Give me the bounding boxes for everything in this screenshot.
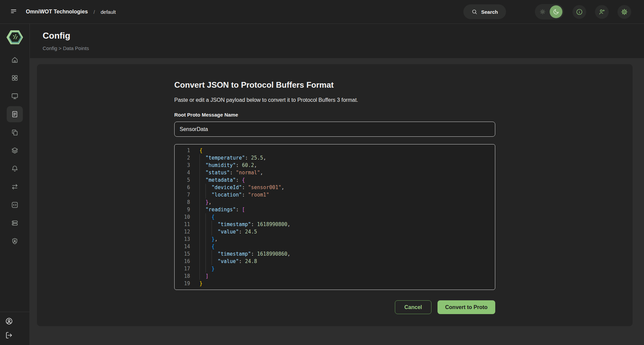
sun-icon	[540, 9, 546, 15]
line-number: 11	[175, 221, 190, 228]
line-number: 1	[175, 147, 190, 154]
sidebar-item-shield-user[interactable]	[7, 233, 23, 249]
swap-arrows-icon	[11, 183, 18, 190]
code-line: 10{	[175, 213, 495, 221]
line-number: 14	[175, 243, 190, 250]
gear-icon	[621, 8, 628, 15]
layers-icon	[11, 147, 18, 154]
search-icon	[471, 9, 477, 15]
sidebar-footer	[0, 312, 30, 345]
cancel-button[interactable]: Cancel	[395, 300, 431, 314]
code-line: 12"value": 24.5	[175, 228, 495, 235]
server-icon	[11, 219, 18, 227]
code-line: 18]	[175, 272, 495, 280]
org-name[interactable]: OmniWOT Technologies	[26, 9, 88, 15]
code-line: 11"timestamp": 1618990800,	[175, 221, 495, 228]
sidebar-item-grid[interactable]	[7, 70, 23, 86]
line-number: 16	[175, 258, 190, 265]
line-number: 2	[175, 154, 190, 162]
user-plus-icon	[598, 8, 605, 15]
code-line: 15"timestamp": 1618990860,	[175, 250, 495, 258]
settings-button[interactable]	[617, 5, 631, 19]
hamburger-icon	[10, 8, 17, 16]
header: OmniWOT Technologies / default Search	[0, 0, 644, 24]
logout-icon	[5, 331, 13, 339]
sidebar-item-monitor[interactable]	[7, 88, 23, 104]
grid-icon	[11, 74, 18, 82]
line-number: 18	[175, 272, 190, 280]
code-line: 6"deviceId": "sensor001",	[175, 184, 495, 191]
root-message-input[interactable]	[174, 122, 495, 137]
theme-toggle	[535, 4, 564, 19]
code-line: 2"temperature": 25.5,	[175, 154, 495, 162]
code-line: 19}	[175, 280, 495, 287]
search-button[interactable]: Search	[463, 4, 506, 19]
main-area: Convert JSON to Protocol Buffers Format …	[30, 58, 644, 345]
app-logo[interactable]	[5, 28, 24, 47]
theme-dark-button[interactable]	[550, 5, 562, 18]
theme-light-button[interactable]	[536, 5, 549, 18]
sidebar-item-file-text[interactable]	[7, 106, 23, 122]
actions-row: Cancel Convert to Proto	[174, 300, 495, 314]
info-icon	[576, 8, 583, 15]
sidebar-item-home[interactable]	[7, 52, 23, 68]
converter-card: Convert JSON to Protocol Buffers Format …	[37, 64, 633, 326]
line-number: 5	[175, 176, 190, 184]
line-number: 7	[175, 191, 190, 199]
sidebar-item-swap-arrows[interactable]	[7, 179, 23, 195]
code-line: 14{	[175, 243, 495, 250]
title-band: Config Config > Data Points	[30, 24, 644, 58]
breadcrumb-separator: /	[94, 9, 95, 15]
line-number: 9	[175, 206, 190, 213]
file-text-icon	[11, 111, 18, 118]
add-user-button[interactable]	[595, 5, 609, 19]
code-line: 7"location": "room1"	[175, 191, 495, 199]
code-line: 5"metadata": {	[175, 176, 495, 184]
shield-user-icon	[11, 238, 18, 245]
card-heading: Convert JSON to Protocol Buffers Format	[174, 80, 495, 90]
convert-button[interactable]: Convert to Proto	[438, 300, 495, 314]
moon-icon	[553, 8, 559, 15]
code-line: 16"value": 24.8	[175, 258, 495, 265]
menu-button[interactable]	[10, 8, 17, 16]
card-description: Paste or edit a JSON payload below to co…	[174, 97, 495, 103]
code-line: 3"humidity": 60.2,	[175, 162, 495, 169]
line-number: 12	[175, 228, 190, 235]
code-box-icon	[11, 201, 18, 209]
workspace-name[interactable]: default	[101, 9, 116, 15]
info-button[interactable]	[572, 5, 586, 19]
line-number: 8	[175, 199, 190, 206]
page-title: Config	[43, 31, 644, 41]
breadcrumb[interactable]: Config > Data Points	[43, 45, 644, 51]
sidebar-item-code-box[interactable]	[7, 197, 23, 213]
code-line: 17}	[175, 265, 495, 272]
copy-icon	[11, 129, 18, 136]
line-number: 4	[175, 169, 190, 176]
sidebar-item-copy[interactable]	[7, 124, 23, 140]
line-number: 10	[175, 213, 190, 221]
home-icon	[11, 56, 18, 63]
code-line: 1{	[175, 147, 495, 154]
sidebar-item-layers[interactable]	[7, 142, 23, 159]
bell-icon	[11, 165, 18, 172]
line-number: 15	[175, 250, 190, 258]
code-line: 13},	[175, 235, 495, 243]
logo-icon	[6, 28, 24, 47]
account-icon	[5, 317, 13, 325]
line-number: 19	[175, 280, 190, 287]
line-number: 17	[175, 265, 190, 272]
sidebar-item-server[interactable]	[7, 215, 23, 231]
code-line: 8},	[175, 199, 495, 206]
monitor-icon	[11, 92, 18, 100]
sidebar	[0, 24, 30, 345]
account-button[interactable]	[5, 317, 13, 326]
sidebar-item-bell[interactable]	[7, 161, 23, 177]
search-label: Search	[481, 9, 498, 15]
line-number: 6	[175, 184, 190, 191]
line-number: 3	[175, 162, 190, 169]
json-editor[interactable]: 1{2"temperature": 25.5,3"humidity": 60.2…	[174, 144, 495, 290]
code-line: 4"status": "normal",	[175, 169, 495, 176]
logout-button[interactable]	[5, 331, 13, 340]
root-message-label: Root Proto Message Name	[174, 112, 495, 118]
line-number: 13	[175, 235, 190, 243]
